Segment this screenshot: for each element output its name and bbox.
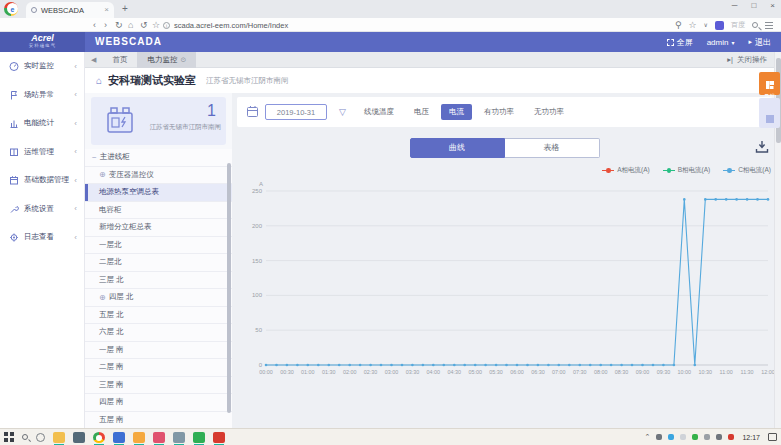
sidebar-item-operations[interactable]: 运维管理‹ [0, 138, 84, 167]
tray-icon-0[interactable] [656, 434, 662, 440]
history-button[interactable]: ↺ [140, 19, 148, 31]
tab-status-icon[interactable]: ⊙ [180, 56, 186, 63]
legend-item[interactable]: A相电流(A) [602, 166, 650, 175]
tab-home[interactable]: 首页 [102, 52, 137, 68]
date-input[interactable] [265, 104, 327, 120]
sidebar-item-monitor[interactable]: 实时监控‹ [0, 52, 84, 81]
view-button-curve[interactable]: 曲线 [410, 138, 505, 158]
tree-node[interactable]: 三层 南 [85, 377, 232, 395]
taskbar-app-blue-app[interactable] [113, 432, 125, 443]
taskbar-search-icon[interactable] [22, 434, 28, 440]
tree-node[interactable]: 二层 南 [85, 359, 232, 377]
filter-icon[interactable]: ▽ [339, 107, 346, 117]
favorites-star-icon[interactable]: ☆ [689, 19, 697, 31]
operations-icon [9, 147, 19, 157]
url-box[interactable]: i scada.acrel-eem.com/Home/Index [163, 20, 603, 31]
collapse-minus-icon[interactable]: − [92, 153, 97, 162]
notification-icon[interactable] [768, 433, 777, 441]
chevron-down-icon[interactable]: ∨ [704, 19, 708, 31]
sidebar-item-log[interactable]: 日志查看‹ [0, 223, 84, 252]
window-maximize-button[interactable]: □ [751, 1, 756, 10]
tray-icon-1[interactable] [668, 434, 674, 440]
station-card[interactable]: 1 江苏省无锡市江阴市南闸 [91, 97, 226, 145]
metric-tab[interactable]: 线缆温度 [356, 104, 402, 120]
site-info-icon[interactable]: i [163, 22, 170, 29]
cortana-icon[interactable] [36, 433, 45, 442]
taskbar-app-orange-app[interactable] [133, 432, 145, 443]
taskbar-app-chrome-browser[interactable] [93, 432, 105, 443]
sidebar-item-database[interactable]: 基础数据管理‹ [0, 166, 84, 195]
taskbar-app-pink-app[interactable] [153, 432, 165, 443]
metric-tab[interactable]: 电流 [441, 104, 472, 120]
user-menu[interactable]: admin ▾ [707, 38, 735, 47]
chevron-left-icon: ‹ [74, 147, 77, 156]
nav-float-button[interactable]: 导航 [759, 72, 780, 95]
back-button[interactable]: ‹ [93, 19, 96, 31]
close-operations-button[interactable]: ▸| 关闭操作 [727, 55, 767, 65]
menu-icon[interactable] [765, 22, 773, 29]
bookmark-star-icon[interactable]: ☆ [152, 19, 160, 31]
view-button-table[interactable]: 表格 [505, 138, 600, 158]
legend-item[interactable]: B相电流(A) [663, 166, 711, 175]
tray-icon-4[interactable] [704, 434, 710, 440]
tree-node[interactable]: 电容柜 [85, 202, 232, 220]
tree-node[interactable]: 五层 南 [85, 412, 232, 429]
browser-tab[interactable]: WEBSCADA × [26, 2, 114, 18]
download-button[interactable] [755, 140, 769, 154]
home-button[interactable]: ⌂ [128, 19, 133, 31]
tab-power-monitoring[interactable]: 电力监控⊙ [137, 52, 196, 68]
sidebar-item-statistics[interactable]: 电能统计‹ [0, 109, 84, 138]
forward-button[interactable]: › [104, 19, 107, 31]
window-close-button[interactable]: × [770, 1, 775, 10]
new-tab-button[interactable]: + [122, 4, 128, 14]
tree-node[interactable]: 新增分立柜总表 [85, 219, 232, 237]
expand-plus-icon[interactable]: ⊕ [99, 170, 106, 179]
svg-text:03:00: 03:00 [385, 369, 399, 375]
taskbar-app-monitor-app[interactable] [73, 432, 85, 443]
tree-node[interactable]: 五层 北 [85, 307, 232, 325]
start-button[interactable] [4, 432, 14, 442]
metric-tab[interactable]: 无功功率 [526, 104, 572, 120]
tab-close-icon[interactable]: × [104, 6, 109, 14]
calendar-icon[interactable] [247, 107, 258, 117]
taskbar-app-grayblue-app[interactable] [173, 432, 185, 443]
tray-chevron-up-icon[interactable]: ⌃ [645, 433, 651, 441]
plugin-icon[interactable]: ⚲ [675, 19, 682, 31]
sidebar-item-station[interactable]: 场站异常‹ [0, 81, 84, 110]
tree-node[interactable]: ⊕四层 北 [85, 289, 232, 307]
reload-button[interactable]: ↻ [115, 19, 123, 31]
tree-node[interactable]: 一层北 [85, 237, 232, 255]
sidebar-item-settings[interactable]: 系统设置‹ [0, 195, 84, 224]
secondary-float-button[interactable] [759, 98, 780, 128]
extension-icon[interactable] [715, 21, 724, 30]
metric-tab[interactable]: 有功功率 [476, 104, 522, 120]
close-operations-label: 关闭操作 [737, 55, 767, 65]
tree-root-node[interactable]: −主进线柜 [85, 149, 232, 167]
taskbar-clock[interactable]: 12:17 [742, 434, 760, 441]
svg-text:08:00: 08:00 [594, 369, 608, 375]
metric-tab[interactable]: 电压 [406, 104, 437, 120]
tray-icon-2[interactable] [680, 434, 686, 440]
tray-icon-6[interactable] [728, 434, 734, 440]
logout-button[interactable]: ▸ 退出 [748, 37, 771, 48]
taskbar-app-folder-app[interactable] [53, 432, 65, 443]
search-icon[interactable] [752, 22, 758, 28]
tray-icon-5[interactable] [716, 434, 722, 440]
fullscreen-button[interactable]: 全屏 [667, 37, 693, 48]
collapse-tabs-icon[interactable]: ◀ [91, 56, 96, 64]
tree-node[interactable]: 三层 北 [85, 272, 232, 290]
tree-node[interactable]: 六层 北 [85, 324, 232, 342]
tree-node[interactable]: 一层 南 [85, 342, 232, 360]
tree-node[interactable]: 地源热泵空调总表 [85, 184, 232, 202]
window-minimize-button[interactable]: ─ [732, 1, 738, 10]
legend-item[interactable]: C相电流(A) [723, 166, 771, 175]
tree-scrollbar[interactable] [227, 163, 231, 413]
expand-plus-icon[interactable]: ⊕ [99, 293, 106, 302]
tree-node[interactable]: 四层 南 [85, 394, 232, 412]
taskbar-app-green-app[interactable] [193, 432, 205, 443]
browser-logo-icon[interactable] [4, 2, 18, 16]
tray-icon-3[interactable] [692, 434, 698, 440]
taskbar-app-red-app[interactable] [213, 432, 225, 443]
tree-node[interactable]: 二层北 [85, 254, 232, 272]
tree-node[interactable]: ⊕变压器温控仪 [85, 167, 232, 185]
